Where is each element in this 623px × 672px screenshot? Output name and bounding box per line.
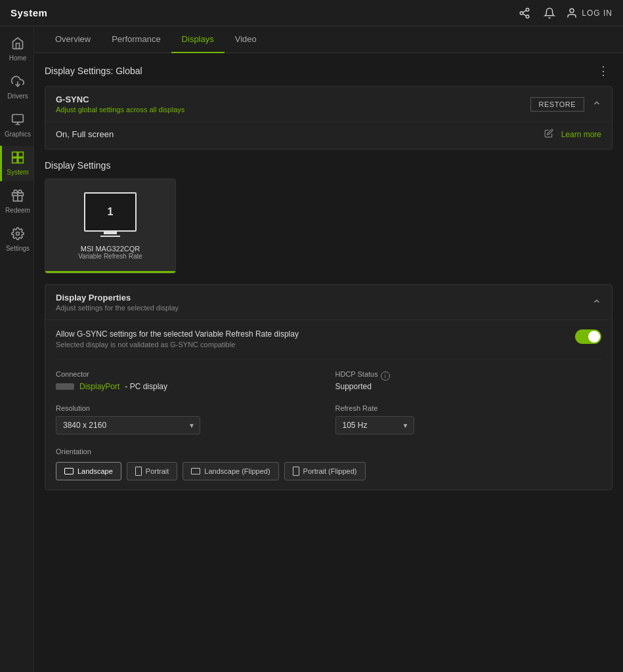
connector-icon — [56, 383, 74, 390]
svg-rect-10 — [12, 152, 18, 158]
connector-suffix: - PC display — [125, 382, 167, 391]
gsync-toggle-switch[interactable] — [575, 329, 601, 344]
user-icon — [566, 7, 578, 19]
edit-icon — [544, 129, 553, 138]
hdcp-value: Supported — [335, 382, 602, 391]
home-icon — [11, 37, 24, 52]
orientation-section: Orientation Landscape Portrait — [56, 448, 601, 480]
refresh-rate-group: Refresh Rate 105 Hz 120 Hz 60 Hz ▼ — [335, 404, 602, 434]
sidebar-item-graphics[interactable]: Graphics — [0, 108, 33, 143]
landscape-flip-icon — [191, 468, 200, 474]
resolution-select[interactable]: 3840 x 2160 2560 x 1440 1920 x 1080 — [56, 416, 200, 434]
resolution-refresh-grid: Resolution 3840 x 2160 2560 x 1440 1920 … — [56, 404, 601, 434]
gsync-toggle-text: Allow G-SYNC settings for the selected V… — [56, 329, 299, 348]
gsync-subtitle: Adjust global settings across all displa… — [56, 106, 184, 114]
displayport-link[interactable]: DisplayPort — [79, 382, 119, 391]
svg-point-2 — [526, 15, 530, 18]
gsync-card-header: G-SYNC Adjust global settings across all… — [45, 87, 612, 121]
sidebar-item-drivers[interactable]: Drivers — [0, 70, 33, 105]
hdcp-label: HDCP Status — [335, 370, 378, 378]
svg-line-4 — [523, 10, 526, 12]
refresh-rate-select[interactable]: 105 Hz 120 Hz 60 Hz — [335, 416, 414, 434]
gsync-toggle-subtitle: Selected display is not validated as G-S… — [56, 341, 299, 348]
gsync-edit-button[interactable] — [544, 129, 553, 140]
global-menu-button[interactable]: ⋮ — [595, 64, 612, 78]
bell-icon — [544, 7, 555, 19]
properties-title: Display Properties — [56, 293, 179, 303]
connector-group: Connector DisplayPort - PC display — [56, 370, 322, 391]
chevron-up-icon — [592, 98, 601, 108]
svg-rect-11 — [18, 152, 24, 158]
login-button[interactable]: LOG IN — [566, 7, 612, 19]
gsync-current-value: On, Full screen — [56, 129, 536, 139]
gsync-learn-more-link[interactable]: Learn more — [561, 130, 601, 139]
content-area: Display Settings: Global ⋮ G-SYNC Adjust… — [34, 53, 623, 501]
orientation-portrait-button[interactable]: Portrait — [127, 462, 177, 480]
sidebar-label-settings: Settings — [6, 245, 30, 252]
orientation-landscape-label: Landscape — [77, 467, 113, 475]
orientation-portrait-flipped-button[interactable]: Portrait (Flipped) — [284, 462, 366, 480]
global-section-title: Display Settings: Global — [45, 66, 142, 76]
sidebar-item-home[interactable]: Home — [0, 32, 33, 67]
sidebar-item-redeem[interactable]: Redeem — [0, 184, 33, 219]
tab-performance[interactable]: Performance — [101, 26, 171, 53]
gsync-title: G-SYNC — [56, 94, 184, 104]
refresh-rate-select-wrapper: 105 Hz 120 Hz 60 Hz ▼ — [335, 416, 414, 434]
properties-header-left: Display Properties Adjust settings for t… — [56, 293, 179, 312]
monitor-number: 1 — [108, 206, 114, 218]
svg-point-16 — [16, 232, 20, 236]
tab-overview[interactable]: Overview — [45, 26, 101, 53]
gsync-card: G-SYNC Adjust global settings across all… — [45, 86, 612, 150]
tab-video[interactable]: Video — [225, 26, 267, 53]
sidebar-item-settings[interactable]: Settings — [0, 222, 33, 257]
hdcp-info-icon[interactable]: i — [381, 371, 390, 381]
sidebar-label-redeem: Redeem — [5, 207, 30, 214]
gsync-card-body: On, Full screen Learn more — [45, 121, 612, 149]
global-section-header: Display Settings: Global ⋮ — [45, 64, 612, 78]
settings-icon — [11, 227, 24, 242]
resolution-group: Resolution 3840 x 2160 2560 x 1440 1920 … — [56, 404, 322, 434]
monitor-type: Variable Refresh Rate — [78, 253, 142, 260]
resolution-select-wrapper: 3840 x 2160 2560 x 1440 1920 x 1080 ▼ — [56, 416, 200, 434]
display-settings-section: Display Settings 1 MSI MAG322CQR Variabl… — [45, 160, 612, 274]
monitor-card[interactable]: 1 MSI MAG322CQR Variable Refresh Rate — [45, 178, 176, 274]
top-header: System LOG IN — [0, 0, 623, 26]
orientation-portrait-flipped-label: Portrait (Flipped) — [303, 467, 357, 475]
orientation-landscape-button[interactable]: Landscape — [56, 462, 121, 480]
svg-point-1 — [521, 11, 524, 14]
restore-button[interactable]: RESTORE — [530, 97, 584, 112]
properties-subtitle: Adjust settings for the selected display — [56, 304, 179, 312]
orientation-landscape-flipped-label: Landscape (Flipped) — [204, 467, 270, 475]
orientation-buttons: Landscape Portrait Landscape (Flipped) — [56, 462, 601, 480]
notifications-icon-button[interactable] — [541, 5, 558, 22]
login-label: LOG IN — [582, 9, 612, 18]
display-settings-header: Display Settings — [45, 160, 612, 171]
header-actions: LOG IN — [516, 5, 612, 22]
gsync-collapse-button[interactable] — [592, 98, 601, 110]
graphics-icon — [11, 113, 24, 128]
tab-displays[interactable]: Displays — [171, 26, 225, 53]
redeem-icon — [11, 189, 24, 204]
hdcp-label-row: HDCP Status i — [335, 370, 602, 382]
orientation-landscape-flipped-button[interactable]: Landscape (Flipped) — [183, 462, 278, 480]
gsync-toggle-title: Allow G-SYNC settings for the selected V… — [56, 329, 299, 339]
gsync-toggle-row: Allow G-SYNC settings for the selected V… — [56, 329, 601, 360]
monitor-selected-indicator — [45, 271, 175, 273]
sidebar-label-system: System — [7, 169, 28, 176]
share-icon-button[interactable] — [516, 5, 533, 22]
tab-navigation: Overview Performance Displays Video — [34, 26, 623, 53]
gsync-header-right: RESTORE — [530, 97, 601, 112]
properties-collapse-button[interactable] — [592, 297, 601, 308]
display-settings-title: Display Settings — [45, 160, 110, 171]
app-title: System — [11, 7, 47, 18]
sidebar-item-system[interactable]: System — [0, 146, 33, 181]
properties-body: Allow G-SYNC settings for the selected V… — [45, 320, 612, 490]
svg-line-3 — [523, 14, 526, 16]
toggle-thumb — [588, 331, 600, 343]
sidebar-label-graphics: Graphics — [5, 131, 31, 138]
connector-hdcp-grid: Connector DisplayPort - PC display HDCP … — [56, 370, 601, 391]
hdcp-status: Supported — [335, 382, 372, 391]
chevron-up-icon-2 — [592, 297, 601, 306]
refresh-rate-label: Refresh Rate — [335, 404, 602, 412]
toggle-track — [575, 329, 601, 344]
